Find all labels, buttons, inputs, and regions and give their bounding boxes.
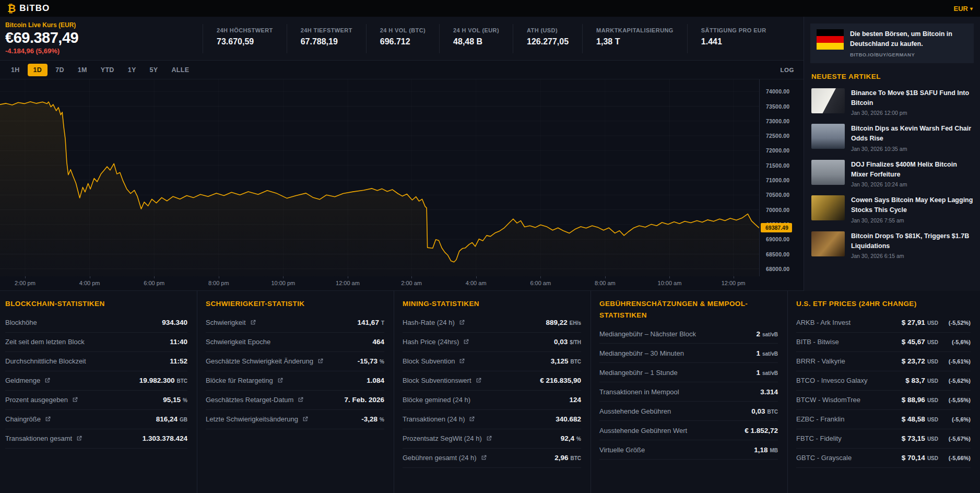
stat-value: 67.788,19 [301, 37, 352, 46]
article-thumbnail[interactable] [811, 195, 845, 220]
stat-row-value: € 216.835,90 [540, 377, 581, 384]
etf-name: BTCO - Invesco Galaxy [796, 377, 868, 384]
stat-row-label: Chaingröße [5, 415, 51, 423]
article-thumbnail[interactable] [811, 124, 845, 149]
external-link-icon[interactable] [317, 358, 324, 365]
stat-row: Letzte Schwierigkeitsänderung -3,28 % [206, 410, 384, 429]
range-button-1y[interactable]: 1Y [122, 64, 142, 76]
banner-title: Die besten Börsen, um Bitcoin inDeutschl… [850, 29, 952, 50]
etf-row: EZBC - Franklin $ 48,58 USD (-5,6%) [796, 410, 971, 429]
panel-title: BLOCKCHAIN-STATISTIKEN [5, 298, 178, 310]
price-chart: 74000.0073500.0073000.0072500.0072000.00… [0, 79, 804, 276]
stat-label: SÄTTIGUNG PRO EUR [701, 27, 766, 33]
stat-row-label: Hash-Rate (24 h) [403, 319, 465, 326]
stat-row-label: Ausstehende Gebühren Wert [599, 427, 687, 435]
stat-row-value: 0,03 [751, 407, 765, 415]
time-axis-label: 4:00 am [466, 280, 487, 286]
news-article[interactable]: Bitcoin Drops To $81K, Triggers $1.7B Li… [811, 231, 974, 260]
etf-value-group: $ 70,14 USD (-5,66%) [902, 454, 971, 462]
bitbo-logo[interactable]: ₿ BiTBO [7, 3, 50, 14]
range-button-alle[interactable]: ALLE [166, 64, 195, 76]
article-title[interactable]: DOJ Finalizes $400M Helix Bitcoin Mixer … [851, 160, 974, 180]
external-link-icon[interactable] [277, 377, 284, 384]
range-button-5y[interactable]: 5Y [144, 64, 164, 76]
article-thumbnail[interactable] [811, 88, 845, 113]
stats-panel: GEBÜHRENSCHÄTZUNGEN & MEMPOOL-STATISTIKE… [591, 291, 787, 493]
stat-row-value-group: 19.982.300 BTC [139, 377, 187, 384]
logo-text: BiTBO [19, 3, 50, 14]
external-link-icon[interactable] [44, 377, 51, 384]
external-link-icon[interactable] [302, 416, 309, 422]
live-price-label: Bitcoin Live Kurs (EUR) [5, 21, 203, 29]
external-link-icon[interactable] [458, 319, 465, 326]
stat-row-value: 92,4 [561, 435, 574, 442]
etf-row: BITB - Bitwise $ 45,67 USD (-5,6%) [796, 333, 971, 352]
external-link-icon[interactable] [250, 319, 256, 326]
article-title[interactable]: Binance To Move $1B SAFU Fund Into Bitco… [851, 88, 974, 108]
stat-row-value: -15,73 [358, 357, 377, 365]
time-axis-label: 12:00 pm [722, 280, 746, 286]
stat-row-label: Geschätztes Retarget-Datum [206, 396, 304, 404]
banner-link[interactable]: BITBO.IO/BUY/GERMANY [850, 52, 952, 57]
stat-row: Blockhöhe 934.340 [5, 313, 187, 333]
stat-row-label: Block Subventionswert [403, 377, 482, 384]
stat-row-unit: % [380, 359, 384, 365]
news-article[interactable]: Cowen Says Bitcoin May Keep Lagging Stoc… [811, 195, 974, 224]
range-button-1m[interactable]: 1M [72, 64, 93, 76]
stat-row: Mediangebühr – 30 Minuten 1 sat/vB [599, 344, 778, 363]
news-article[interactable]: DOJ Finalizes $400M Helix Bitcoin Mixer … [811, 160, 974, 188]
currency-selector[interactable]: EUR ▾ [954, 5, 973, 13]
stat-row-label: Blöcke für Retargeting [206, 377, 284, 384]
external-link-icon[interactable] [297, 396, 304, 403]
stat-row-value-group: 340.682 [556, 415, 581, 423]
external-link-icon[interactable] [486, 435, 492, 442]
etf-change: (-5,62%) [940, 378, 971, 384]
news-article[interactable]: Bitcoin Dips as Kevin Warsh Fed Chair Od… [811, 124, 974, 152]
panel-title: SCHWIERIGKEIT-STATISTIK [206, 298, 378, 310]
article-title[interactable]: Cowen Says Bitcoin May Keep Lagging Stoc… [851, 195, 974, 215]
external-link-icon[interactable] [72, 396, 78, 403]
range-button-ytd[interactable]: YTD [95, 64, 120, 76]
etf-price: $ 45,67 [902, 338, 925, 346]
external-link-icon[interactable] [44, 416, 51, 422]
stat-row-value: 340.682 [556, 415, 581, 423]
log-scale-toggle[interactable]: LOG [781, 67, 798, 73]
time-axis-tickmark [154, 276, 155, 278]
article-thumbnail[interactable] [811, 160, 845, 185]
external-link-icon[interactable] [458, 358, 465, 365]
external-link-icon[interactable] [468, 416, 475, 422]
stat-row-label: Zeit seit dem letzten Block [5, 338, 85, 346]
article-title[interactable]: Bitcoin Drops To $81K, Triggers $1.7B Li… [851, 231, 974, 251]
range-button-1d[interactable]: 1D [28, 64, 48, 76]
external-link-icon[interactable] [76, 435, 82, 442]
stat-row: Hash Price (24hrs) 0,03 $/TH [403, 333, 581, 352]
stat-row-value: 1 [756, 369, 760, 377]
stat-row-value-group: 95,15 % [163, 396, 187, 404]
time-axis-tickmark [283, 276, 284, 278]
article-date: Jan 30, 2026 7:55 am [851, 217, 974, 224]
stat-row-label: Ausstehende Gebühren [599, 407, 671, 415]
article-thumbnail[interactable] [811, 231, 845, 256]
stat-row-label: Geschätzte Schwierigkeit Änderung [206, 357, 324, 365]
buy-bitcoin-banner[interactable]: Die besten Börsen, um Bitcoin inDeutschl… [810, 24, 974, 63]
article-body: Bitcoin Drops To $81K, Triggers $1.7B Li… [851, 231, 974, 260]
stat-row: Block Subvention 3,125 BTC [403, 352, 581, 371]
stat-row-value-group: € 216.835,90 [540, 377, 581, 384]
range-button-7d[interactable]: 7D [50, 64, 70, 76]
external-link-icon[interactable] [475, 377, 482, 384]
stat-row-value-group: 7. Feb. 2026 [344, 396, 384, 404]
range-button-1h[interactable]: 1H [5, 64, 26, 76]
article-body: Binance To Move $1B SAFU Fund Into Bitco… [851, 88, 974, 116]
article-title[interactable]: Bitcoin Dips as Kevin Warsh Fed Chair Od… [851, 124, 974, 144]
external-link-icon[interactable] [463, 338, 469, 345]
articles-list: Binance To Move $1B SAFU Fund Into Bitco… [804, 88, 980, 260]
news-article[interactable]: Binance To Move $1B SAFU Fund Into Bitco… [811, 88, 974, 116]
stat-row-value-group: 0,03 $/TH [554, 338, 581, 346]
chart-plot-area[interactable] [0, 79, 760, 276]
stat-row: Geldmenge 19.982.300 BTC [5, 371, 187, 391]
stat-row-label: Gebühren gesamt (24 h) [403, 454, 487, 462]
news-sidebar: Die besten Börsen, um Bitcoin inDeutschl… [804, 17, 980, 291]
stat-row-value: 19.982.300 [139, 377, 175, 384]
etf-row: FBTC - Fidelity $ 73,15 USD (-5,67%) [796, 429, 971, 449]
external-link-icon[interactable] [480, 454, 487, 461]
